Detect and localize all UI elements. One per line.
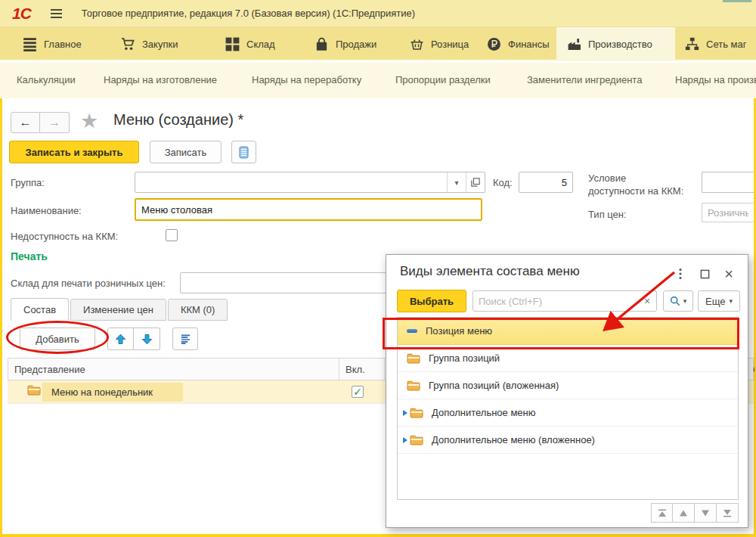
add-button[interactable]: Добавить xyxy=(20,327,95,350)
list-view-button[interactable] xyxy=(172,327,198,350)
warehouse-label: Склад для печати розничных цен: xyxy=(11,278,166,289)
tab-kkm[interactable]: ККМ (0) xyxy=(168,299,228,321)
section-tab-sales[interactable]: Продажи xyxy=(310,27,381,61)
warehouse-input[interactable] xyxy=(181,273,386,293)
folder-expand-icon xyxy=(410,408,423,418)
go-up-icon xyxy=(679,509,688,517)
tab-sostav[interactable]: Состав xyxy=(11,298,69,321)
command-ingredient-substitutes[interactable]: Заменители ингредиента xyxy=(527,74,642,85)
back-button[interactable]: ← xyxy=(11,112,40,133)
form-title: Меню (создание) * xyxy=(113,111,243,129)
window-title-bar: 1С Торговое предприятие, редакция 7.0 (Б… xyxy=(0,0,756,27)
kkm-condition-label-line2: доступности на ККМ: xyxy=(588,185,683,197)
application-window: 1С Торговое предприятие, редакция 7.0 (Б… xyxy=(0,0,756,537)
name-field xyxy=(135,198,482,221)
price-type-label: Тип цен: xyxy=(588,209,627,220)
go-down-button[interactable] xyxy=(695,503,717,523)
enabled-checkbox[interactable]: ✓ xyxy=(352,386,364,398)
price-type-field xyxy=(702,203,754,222)
element-kinds-list: Позиция меню Группа позиций Группа позиц… xyxy=(397,317,739,500)
list-item-label: Дополнительное меню (вложенное) xyxy=(432,434,595,445)
list-item-label: Группа позиций xyxy=(429,352,500,364)
list-item-additional-menu[interactable]: Дополнительное меню xyxy=(398,399,738,427)
kkm-condition-input[interactable] xyxy=(702,172,754,192)
forward-button[interactable]: → xyxy=(40,112,70,133)
list-item-position-group[interactable]: Группа позиций xyxy=(398,345,738,372)
group-dropdown-button[interactable]: ▾ xyxy=(447,172,466,192)
name-input[interactable] xyxy=(136,200,481,219)
section-label: Продажи xyxy=(336,39,376,50)
favorite-star-icon[interactable]: ★ xyxy=(80,109,98,133)
search-options-button[interactable]: ▾ xyxy=(663,290,693,312)
group-input[interactable] xyxy=(135,172,485,192)
list-item-menu-position[interactable]: Позиция меню xyxy=(398,318,738,345)
command-cutting-proportions[interactable]: Пропорции разделки xyxy=(395,74,491,85)
more-button[interactable]: Еще ▾ xyxy=(698,290,740,312)
section-tab-production[interactable]: Производство xyxy=(556,27,675,61)
dialog-maximize-button[interactable] xyxy=(696,265,713,282)
kkm-unavailable-label: Недоступность на ККМ: xyxy=(11,231,118,242)
chevron-down-icon: ▾ xyxy=(729,297,733,305)
search-field xyxy=(472,290,639,312)
section-tab-retail[interactable]: Розница xyxy=(405,27,473,61)
name-label: Наименование: xyxy=(11,205,82,216)
1c-logo: 1С xyxy=(12,5,31,23)
search-clear-button[interactable]: × xyxy=(638,290,657,312)
arrow-up-icon xyxy=(115,334,126,345)
price-type-input[interactable] xyxy=(702,203,754,222)
code-label: Код: xyxy=(493,177,513,188)
group-open-button[interactable] xyxy=(466,172,485,192)
list-item-label: Группа позиций (вложенная) xyxy=(429,380,559,391)
column-header-enabled[interactable]: Вкл. xyxy=(339,359,384,380)
save-and-close-button[interactable]: Записать и закрыть xyxy=(9,141,139,163)
section-tab-store-network[interactable]: Сеть маг xyxy=(680,27,751,61)
go-up-button[interactable] xyxy=(673,503,695,523)
section-label: Финансы xyxy=(508,39,550,50)
close-icon: × xyxy=(724,265,733,283)
select-button[interactable]: Выбрать xyxy=(397,290,466,312)
move-buttons-group xyxy=(107,327,160,350)
section-label: Производство xyxy=(588,39,652,50)
kkm-unavailable-checkbox[interactable] xyxy=(166,229,178,241)
command-calculations[interactable]: Калькуляции xyxy=(17,74,76,85)
group-label: Группа: xyxy=(11,177,45,188)
command-processing-orders[interactable]: Наряды на переработку xyxy=(252,74,361,85)
section-label: Склад xyxy=(246,39,275,50)
code-input[interactable] xyxy=(519,172,572,192)
column-header-view[interactable]: Представление xyxy=(8,359,339,380)
section-tab-warehouse[interactable]: Склад xyxy=(221,27,280,61)
go-last-button[interactable] xyxy=(717,503,739,523)
command-production-orders-2[interactable]: Наряды на производ xyxy=(675,74,756,85)
dialog-title: Виды элемента состава меню xyxy=(400,264,580,279)
cart-icon xyxy=(121,37,135,51)
section-commands-bar: Калькуляции Наряды на изготовление Наряд… xyxy=(0,63,756,98)
check-icon: ✓ xyxy=(353,386,362,397)
list-item-position-group-nested[interactable]: Группа позиций (вложенная) xyxy=(398,372,738,399)
factory-icon xyxy=(567,37,581,51)
move-up-button[interactable] xyxy=(107,327,134,350)
tab-price-change[interactable]: Изменение цен xyxy=(70,299,166,321)
list-item-label: Позиция меню xyxy=(426,325,492,337)
go-first-button[interactable] xyxy=(651,503,673,523)
dialog-close-button[interactable]: × xyxy=(720,265,737,282)
section-tab-finance[interactable]: Финансы xyxy=(482,27,554,61)
main-menu-icon[interactable] xyxy=(51,9,62,18)
command-production-orders[interactable]: Наряды на изготовление xyxy=(104,74,217,85)
related-documents-button[interactable] xyxy=(231,141,256,163)
search-icon xyxy=(670,296,680,306)
search-input[interactable] xyxy=(473,291,638,311)
section-tab-main[interactable]: Главное xyxy=(18,27,86,61)
section-label: Закупки xyxy=(142,39,178,50)
save-button[interactable]: Записать xyxy=(150,141,222,163)
print-section-link[interactable]: Печать xyxy=(11,250,48,262)
dialog-menu-button[interactable] xyxy=(672,265,689,282)
folder-icon xyxy=(27,385,41,398)
section-label: Сеть маг xyxy=(706,39,746,50)
go-first-icon xyxy=(658,509,667,517)
section-tab-purchases[interactable]: Закупки xyxy=(116,27,182,61)
chevron-down-icon: ▾ xyxy=(683,297,687,305)
move-down-button[interactable] xyxy=(134,327,160,350)
network-icon xyxy=(685,37,699,51)
kebab-icon xyxy=(679,268,682,280)
list-item-additional-menu-nested[interactable]: Дополнительное меню (вложенное) xyxy=(398,427,738,454)
